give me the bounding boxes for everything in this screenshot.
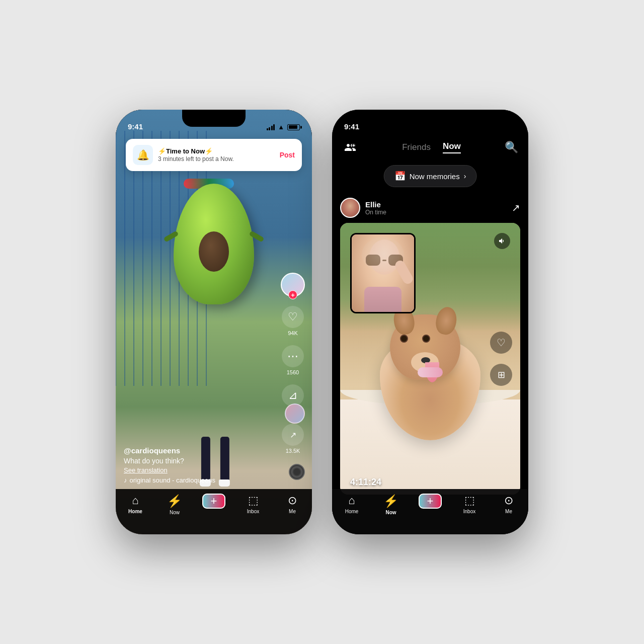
now-tab[interactable]: Now	[443, 141, 461, 153]
nav-me-label-phone1: Me	[289, 509, 296, 514]
share-action[interactable]: ↗ 13.5K	[282, 424, 304, 454]
signal-bar2-4	[490, 124, 491, 130]
user-timing: On time	[365, 209, 386, 216]
music-note-icon: ♪	[124, 476, 127, 484]
dog-subject	[375, 314, 486, 440]
like-count: 94K	[288, 330, 298, 336]
plus-icon-phone2: +	[427, 495, 434, 508]
status-bar-phone2: 9:41 ▲	[332, 110, 528, 135]
memories-label: Now memories	[410, 172, 460, 181]
dog-eye-left	[400, 335, 408, 343]
bottom-nav-phone1: ⌂ Home ⚡ Now + ⬚ Inbox ⊙ Me	[116, 489, 312, 534]
battery-fill-phone1	[289, 125, 297, 129]
now-icon-phone1: ⚡	[167, 494, 182, 508]
speaker-icon	[498, 237, 506, 245]
share-post-icon[interactable]: ↗	[512, 202, 520, 214]
status-time-phone2: 9:41	[344, 122, 359, 131]
user-info-text: Ellie On time	[365, 200, 386, 216]
photo-comment-button[interactable]: ⊞	[490, 364, 512, 386]
now-icon-phone2: ⚡	[383, 494, 398, 508]
nav-now-label-phone1: Now	[170, 510, 180, 515]
phone-2-screen: 9:41 ▲	[332, 110, 528, 534]
signal-bars-phone1	[267, 124, 275, 130]
nav-inbox-phone2[interactable]: ⬚ Inbox	[454, 494, 485, 514]
video-username: @cardioqueens	[124, 446, 272, 455]
notification-post-button[interactable]: Post	[280, 151, 295, 159]
nav-inbox-label-phone1: Inbox	[247, 509, 259, 514]
nav-me-label-phone2: Me	[505, 509, 512, 514]
phone-2: 9:41 ▲	[332, 110, 528, 534]
nav-home-phone1[interactable]: ⌂ Home	[120, 494, 150, 514]
battery-fill-phone2	[505, 125, 514, 129]
create-button-phone1[interactable]: +	[203, 494, 225, 508]
phone-1: 9:41 ▲ 🔔 ⚡Time to Now⚡ 3 minutes left to	[116, 110, 312, 534]
nav-home-label-phone2: Home	[345, 509, 359, 514]
comment-action[interactable]: ⋯ 1560	[282, 345, 304, 375]
notification-text-area: ⚡Time to Now⚡ 3 minutes left to post a N…	[158, 147, 275, 163]
profile-icon-phone1: ⊙	[288, 494, 297, 507]
dog-eye-right	[422, 335, 430, 343]
create-button-phone2[interactable]: +	[419, 494, 441, 508]
sound-name: original sound - cardioqueens	[130, 476, 216, 484]
wifi-icon-phone2: ▲	[494, 123, 501, 131]
signal-bar-1	[267, 128, 268, 130]
nav-inbox-label-phone2: Inbox	[463, 509, 475, 514]
signal-bar-4	[273, 124, 275, 130]
search-button-phone2[interactable]: 🔍	[505, 141, 518, 154]
nav-me-phone2[interactable]: ⊙ Me	[494, 494, 524, 514]
notification-bell-icon: 🔔	[133, 145, 153, 165]
video-info: @cardioqueens What do you think? See tra…	[124, 446, 272, 484]
profile-icon-phone2: ⊙	[504, 494, 513, 507]
video-caption: What do you think?	[124, 457, 272, 465]
main-photo-back-camera: 4:11:24 ♡ ⊞	[340, 223, 520, 495]
nav-create-phone2[interactable]: +	[415, 494, 445, 508]
friends-tab[interactable]: Friends	[402, 142, 431, 152]
signal-bar2-1	[483, 128, 485, 130]
battery-icon-phone1	[287, 124, 300, 130]
notification-card[interactable]: 🔔 ⚡Time to Now⚡ 3 minutes left to post a…	[126, 139, 302, 171]
memories-button[interactable]: 📅 Now memories ›	[384, 165, 477, 187]
photo-like-button[interactable]: ♡	[490, 332, 512, 354]
creator-avatar-action[interactable]: +	[281, 273, 305, 297]
calendar-icon: 📅	[394, 171, 406, 182]
bottom-nav-phone2: ⌂ Home ⚡ Now + ⬚ Inbox ⊙ Me	[332, 489, 528, 534]
nav-home-label-phone1: Home	[128, 509, 142, 514]
avo-seed	[199, 231, 229, 272]
profile-thumbnail	[285, 404, 305, 424]
now-header: Friends Now 🔍	[332, 135, 528, 160]
video-translate[interactable]: See translation	[124, 466, 272, 474]
wifi-icon-phone1: ▲	[278, 123, 284, 131]
notification-title: ⚡Time to Now⚡	[158, 147, 275, 155]
nav-me-phone1[interactable]: ⊙ Me	[277, 494, 307, 514]
hair-area	[362, 237, 404, 272]
nav-inbox-phone1[interactable]: ⬚ Inbox	[238, 494, 268, 514]
front-camera-photo	[350, 233, 416, 313]
nav-now-phone1[interactable]: ⚡ Now	[159, 494, 190, 515]
add-friend-button[interactable]	[342, 139, 358, 155]
sound-toggle-icon[interactable]	[494, 233, 510, 249]
nav-now-phone2[interactable]: ⚡ Now	[376, 494, 406, 515]
user-post-header: Ellie On time ↗	[332, 198, 528, 218]
status-icons-phone2: ▲	[483, 123, 516, 131]
nav-home-phone2[interactable]: ⌂ Home	[337, 494, 367, 514]
battery-icon-phone2	[504, 124, 516, 130]
nav-now-label-phone2: Now	[385, 510, 396, 515]
user-avatar[interactable]	[340, 198, 360, 218]
signal-bar-2	[269, 127, 270, 130]
add-friend-icon-svg	[344, 141, 356, 153]
photo-timer: 4:11:24	[350, 477, 381, 488]
like-action[interactable]: ♡ 94K	[282, 306, 304, 336]
plus-icon-phone1: +	[211, 495, 217, 508]
now-header-tabs: Friends Now	[402, 141, 461, 153]
comment-icon: ⋯	[282, 345, 304, 367]
signal-bars-phone2	[483, 124, 492, 130]
comment-count: 1560	[287, 369, 299, 375]
nav-create-phone1[interactable]: +	[199, 494, 229, 508]
status-bar-phone1: 9:41 ▲	[116, 110, 312, 135]
dog-toy	[418, 367, 443, 377]
follow-plus-icon[interactable]: +	[288, 290, 297, 299]
home-icon-phone2: ⌂	[348, 494, 355, 507]
signal-bar-3	[271, 126, 273, 130]
vinyl-record-icon	[289, 464, 305, 480]
inbox-icon-phone2: ⬚	[464, 494, 475, 507]
